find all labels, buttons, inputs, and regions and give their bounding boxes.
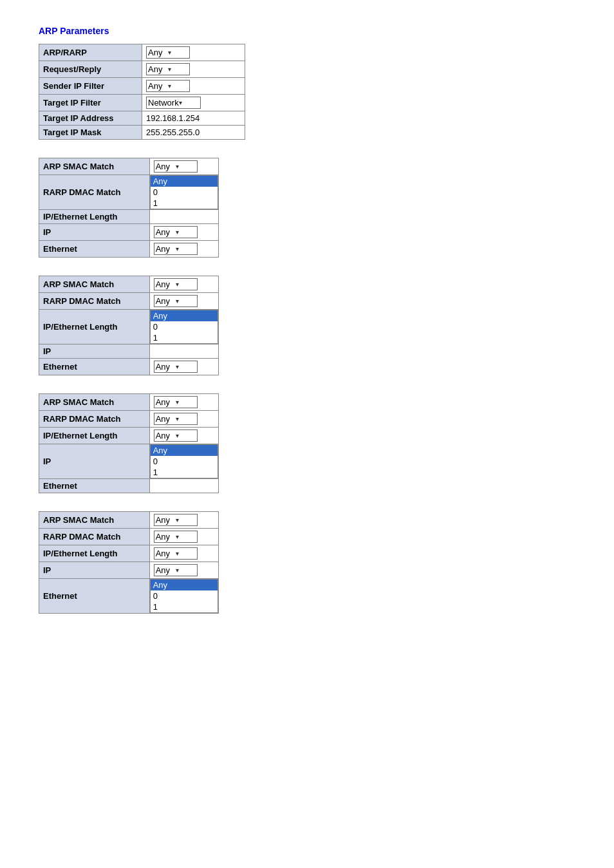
label-sender-ip-filter: Sender IP Filter	[39, 78, 142, 95]
listbox-item-0[interactable]: 0	[151, 187, 218, 198]
value-arp-smac-3[interactable]: Any ▾	[149, 394, 218, 411]
value-rarp-dmac-2[interactable]: Any ▾	[149, 293, 218, 310]
arp-rarp-select[interactable]: Any ▾	[146, 46, 190, 59]
table-row: IP Any 0 1	[39, 444, 219, 479]
label-ip-eth-len-1: IP/Ethernet Length	[39, 210, 150, 224]
label-arp-smac-1: ARP SMAC Match	[39, 158, 150, 175]
value-ip-4[interactable]: Any ▾	[149, 562, 218, 579]
ethernet-2-value: Any	[156, 362, 176, 372]
listbox-item-any-2[interactable]: Any	[151, 310, 218, 321]
table-row: IP/Ethernet Length Any ▾	[39, 545, 219, 562]
label-ip-4: IP	[39, 562, 150, 579]
value-ip-eth-len-3[interactable]: Any ▾	[149, 428, 218, 444]
ip-eth-len-4-value: Any	[156, 549, 176, 558]
value-ip-1[interactable]: Any ▾	[149, 224, 218, 241]
arp-smac-4-select[interactable]: Any ▾	[154, 514, 198, 526]
rarp-dmac-4-arrow: ▾	[176, 533, 196, 540]
table-row: Request/Reply Any ▾	[39, 61, 245, 78]
listbox-item-0-2[interactable]: 0	[151, 321, 218, 332]
request-reply-select[interactable]: Any ▾	[146, 63, 190, 75]
match-group-2-table: ARP SMAC Match Any ▾ RARP DMAC Match Any…	[39, 276, 219, 375]
arp-smac-4-value: Any	[156, 515, 176, 525]
label-arp-smac-3: ARP SMAC Match	[39, 394, 150, 411]
label-arp-smac-4: ARP SMAC Match	[39, 512, 150, 529]
table-row: ARP SMAC Match Any ▾	[39, 394, 219, 411]
ethernet-2-arrow: ▾	[176, 363, 196, 370]
target-ip-filter-value: Network	[148, 98, 179, 108]
value-arp-smac-1[interactable]: Any ▾	[149, 158, 218, 175]
arp-smac-3-select[interactable]: Any ▾	[154, 396, 198, 408]
ip-eth-len-3-select[interactable]: Any ▾	[154, 429, 198, 442]
ip-4-select[interactable]: Any ▾	[154, 564, 198, 576]
section-title: ARP Parameters	[39, 26, 575, 36]
label-rarp-dmac-2: RARP DMAC Match	[39, 293, 150, 310]
value-request-reply[interactable]: Any ▾	[142, 61, 245, 78]
value-ethernet-2[interactable]: Any ▾	[149, 359, 218, 375]
rarp-dmac-1-listbox[interactable]: Any 0 1	[150, 175, 218, 209]
value-rarp-dmac-1[interactable]: Any 0 1	[149, 175, 218, 210]
value-ip-eth-len-4[interactable]: Any ▾	[149, 545, 218, 562]
value-ip-eth-len-2[interactable]: Any 0 1	[149, 310, 218, 344]
table-row: ARP SMAC Match Any ▾	[39, 512, 219, 529]
ethernet-4-listbox[interactable]: Any 0 1	[150, 579, 218, 613]
value-rarp-dmac-4[interactable]: Any ▾	[149, 529, 218, 545]
arp-smac-1-select[interactable]: Any ▾	[154, 160, 198, 173]
sender-ip-filter-select[interactable]: Any ▾	[146, 80, 190, 92]
ip-eth-len-4-select[interactable]: Any ▾	[154, 547, 198, 560]
rarp-dmac-3-arrow: ▾	[176, 415, 196, 422]
value-sender-ip-filter[interactable]: Any ▾	[142, 78, 245, 95]
value-arp-smac-4[interactable]: Any ▾	[149, 512, 218, 529]
value-target-ip-filter[interactable]: Network ▾	[142, 95, 245, 111]
arp-smac-3-arrow: ▾	[176, 399, 196, 406]
arp-params-table: ARP/RARP Any ▾ Request/Reply Any ▾ Sende…	[39, 44, 245, 140]
value-arp-rarp[interactable]: Any ▾	[142, 44, 245, 61]
ip-eth-len-2-listbox[interactable]: Any 0 1	[150, 310, 218, 344]
label-target-ip-address: Target IP Address	[39, 111, 142, 126]
match-group-4-table: ARP SMAC Match Any ▾ RARP DMAC Match Any…	[39, 511, 219, 614]
table-row: Target IP Address 192.168.1.254	[39, 111, 245, 126]
arp-smac-2-select[interactable]: Any ▾	[154, 278, 198, 290]
ip-1-select[interactable]: Any ▾	[154, 226, 198, 238]
listbox-item-1-3[interactable]: 1	[151, 467, 218, 478]
table-row: Ethernet Any ▾	[39, 359, 219, 375]
listbox-item-0-4[interactable]: 0	[151, 590, 218, 601]
table-row: ARP/RARP Any ▾	[39, 44, 245, 61]
label-ip-eth-len-3: IP/Ethernet Length	[39, 428, 150, 444]
rarp-dmac-2-select[interactable]: Any ▾	[154, 295, 198, 307]
listbox-item-1-4[interactable]: 1	[151, 601, 218, 612]
listbox-item-any-4[interactable]: Any	[151, 580, 218, 590]
label-rarp-dmac-1: RARP DMAC Match	[39, 175, 150, 210]
ethernet-2-select[interactable]: Any ▾	[154, 361, 198, 373]
label-target-ip-filter: Target IP Filter	[39, 95, 142, 111]
listbox-item-any[interactable]: Any	[151, 176, 218, 187]
table-row: IP	[39, 344, 219, 359]
listbox-item-0-3[interactable]: 0	[151, 456, 218, 467]
value-rarp-dmac-3[interactable]: Any ▾	[149, 411, 218, 428]
table-row: RARP DMAC Match Any ▾	[39, 293, 219, 310]
table-row: RARP DMAC Match Any ▾	[39, 411, 219, 428]
listbox-item-any-3[interactable]: Any	[151, 445, 218, 456]
ip-3-listbox[interactable]: Any 0 1	[150, 444, 218, 478]
rarp-dmac-4-select[interactable]: Any ▾	[154, 531, 198, 543]
arp-smac-4-arrow: ▾	[176, 516, 196, 524]
table-row: IP Any ▾	[39, 562, 219, 579]
arp-smac-3-value: Any	[156, 397, 176, 407]
table-row: IP/Ethernet Length	[39, 210, 219, 224]
value-ip-3[interactable]: Any 0 1	[149, 444, 218, 479]
table-row: Ethernet	[39, 479, 219, 493]
label-request-reply: Request/Reply	[39, 61, 142, 78]
ip-4-value: Any	[156, 565, 176, 575]
listbox-item-1[interactable]: 1	[151, 198, 218, 209]
value-ethernet-1[interactable]: Any ▾	[149, 241, 218, 258]
value-ethernet-3	[149, 479, 218, 493]
table-row: IP/Ethernet Length Any ▾	[39, 428, 219, 444]
ethernet-1-select[interactable]: Any ▾	[154, 243, 198, 255]
value-ip-2	[149, 344, 218, 359]
rarp-dmac-2-value: Any	[156, 296, 176, 306]
target-ip-filter-select[interactable]: Network ▾	[146, 97, 201, 109]
value-arp-smac-2[interactable]: Any ▾	[149, 276, 218, 293]
target-ip-filter-arrow: ▾	[179, 99, 182, 106]
rarp-dmac-3-select[interactable]: Any ▾	[154, 413, 198, 425]
listbox-item-1-2[interactable]: 1	[151, 332, 218, 343]
value-ethernet-4[interactable]: Any 0 1	[149, 579, 218, 614]
